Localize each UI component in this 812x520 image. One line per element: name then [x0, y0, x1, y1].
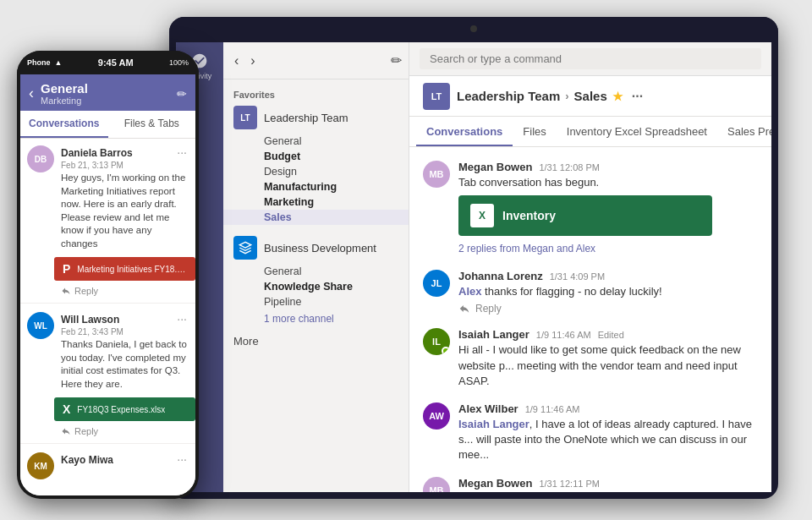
- teams-app: Activity ‹ › ✏ Favorites LT Leadership T…: [176, 42, 771, 492]
- more-channels-link[interactable]: 1 more channel: [223, 309, 409, 328]
- tablet-camera: [470, 25, 477, 32]
- channel-general-bd[interactable]: General: [223, 264, 409, 279]
- phone-msg-text-2: Thanks Daniela, I get back to you today.…: [61, 338, 189, 391]
- phone-msg-author-2: Will Lawson: [61, 314, 119, 326]
- tablet-top-bar: [169, 17, 778, 41]
- channel-panel: ‹ › ✏ Favorites LT Leadership Team ··· G…: [223, 42, 409, 492]
- msg-time-5: 1/31 12:11 PM: [539, 479, 600, 489]
- team-name-leadership: Leadership Team: [264, 112, 385, 124]
- phone-msg-3: KM Kayo Miwa ···: [20, 446, 195, 483]
- msg-text-3: Hi all - I would like to get some quick …: [458, 342, 758, 389]
- phone-reply-2[interactable]: Reply: [20, 424, 195, 441]
- phone-avatar-daniela: DB: [27, 145, 54, 172]
- phone-msg-content-2: Will Lawson ··· Feb 21, 3:43 PM Thanks D…: [61, 312, 189, 391]
- msg-header-1: Megan Bowen 1/31 12:08 PM: [458, 161, 758, 173]
- tab-files[interactable]: Files: [513, 118, 556, 146]
- battery-text: 100%: [169, 58, 189, 67]
- replies-count-1[interactable]: 2 replies from Megan and Alex: [458, 241, 758, 256]
- channel-marketing[interactable]: Marketing: [223, 194, 409, 210]
- phone-msg-header-2: Will Lawson ···: [61, 312, 189, 326]
- phone-divider-2: [20, 443, 195, 444]
- tab-conversations[interactable]: Conversations: [416, 118, 513, 146]
- msg-time-4: 1/9 11:46 AM: [525, 404, 580, 414]
- channel-panel-header: ‹ › ✏: [223, 42, 409, 79]
- msg-time-2: 1/31 4:09 PM: [550, 271, 605, 282]
- tab-inventory-excel[interactable]: Inventory Excel Spreadsheet: [557, 118, 717, 146]
- phone-time: 9:45 AM: [98, 57, 134, 68]
- channel-header-avatar: LT: [423, 83, 450, 110]
- phone-tabs: Conversations Files & Tabs: [20, 111, 195, 139]
- main-content: LT Leadership Team › Sales ★ ··· Convers…: [409, 42, 771, 492]
- msg-time-1: 1/31 12:08 PM: [539, 162, 600, 172]
- phone-msg-more-3[interactable]: ···: [175, 452, 189, 466]
- phone-msg-time-2: Feb 21, 3:43 PM: [61, 327, 189, 337]
- search-input[interactable]: [420, 48, 761, 69]
- tabs-bar: Conversations Files Inventory Excel Spre…: [409, 117, 771, 147]
- attachment-name-1: Marketing Initiatives FY18.pptx: [77, 265, 187, 274]
- msg-header-3: Isaiah Langer 1/9 11:46 AM Edited: [458, 328, 758, 341]
- phone-msg-2: WL Will Lawson ··· Feb 21, 3:43 PM Thank…: [20, 305, 195, 394]
- team-item-bizdev[interactable]: Business Development ···: [223, 232, 409, 264]
- search-bar: [409, 42, 771, 76]
- channel-sales[interactable]: Sales: [223, 210, 409, 225]
- msg-author-5: Megan Bowen: [458, 477, 532, 490]
- channel-manufacturing[interactable]: Manufacturing: [223, 179, 409, 194]
- phone-tab-conversations[interactable]: Conversations: [20, 111, 108, 138]
- channel-budget[interactable]: Budget: [223, 149, 409, 164]
- carrier-text: Phone: [27, 58, 51, 67]
- channel-more-dots[interactable]: ···: [632, 89, 643, 104]
- excel-icon: X: [470, 204, 494, 227]
- attachment-name-2: FY18Q3 Expenses.xlsx: [77, 405, 165, 414]
- team-name-bizdev: Business Development: [264, 242, 385, 255]
- channel-general-lt[interactable]: General: [223, 134, 409, 149]
- inventory-title: Inventory: [502, 209, 556, 222]
- star-icon[interactable]: ★: [612, 90, 623, 103]
- phone-msg-content-3: Kayo Miwa ···: [61, 452, 189, 479]
- phone-msg-1: DB Daniela Barros ··· Feb 21, 3:13 PM He…: [20, 139, 195, 254]
- phone-msg-more-1[interactable]: ···: [175, 145, 189, 159]
- msg-author-2: Johanna Lorenz: [458, 270, 543, 282]
- phone-attachment-2[interactable]: X FY18Q3 Expenses.xlsx: [54, 397, 195, 421]
- channel-design[interactable]: Design: [223, 164, 409, 179]
- favorites-label: Favorites: [223, 86, 409, 101]
- phone-attachment-1[interactable]: P Marketing Initiatives FY18.pptx: [54, 257, 195, 281]
- avatar-megan-2: MB: [423, 477, 450, 493]
- phone-tab-files[interactable]: Files & Tabs: [108, 111, 196, 138]
- channel-pipeline[interactable]: Pipeline: [223, 294, 409, 309]
- reply-line-2[interactable]: Reply: [458, 303, 758, 315]
- phone-carrier: Phone ▲: [27, 58, 62, 67]
- msg-content-1: Megan Bowen 1/31 12:08 PM Tab conversati…: [458, 161, 758, 256]
- msg-text-1: Tab conversation has begun.: [458, 175, 758, 190]
- compose-icon[interactable]: ✏: [391, 52, 402, 68]
- phone-team-subtitle: Marketing: [41, 96, 170, 106]
- msg-text-2: Alex thanks for flagging - no delay luck…: [458, 284, 758, 299]
- phone-messages: DB Daniela Barros ··· Feb 21, 3:13 PM He…: [20, 139, 195, 495]
- phone-header-compose[interactable]: ✏: [177, 87, 187, 101]
- tab-sales-presentation[interactable]: Sales Presentation: [717, 118, 771, 146]
- nav-forward-button[interactable]: ›: [246, 52, 259, 70]
- msg-header-2: Johanna Lorenz 1/31 4:09 PM: [458, 270, 758, 282]
- phone-screen: ‹ General Marketing ✏ Conversations File…: [20, 74, 195, 495]
- more-teams-button[interactable]: More: [223, 328, 409, 354]
- nav-back-button[interactable]: ‹: [230, 52, 243, 70]
- phone-status-bar: Phone ▲ 9:45 AM 100%: [17, 51, 199, 74]
- phone-msg-header-1: Daniela Barros ···: [61, 145, 189, 159]
- phone-channel-title: General: [41, 81, 170, 96]
- phone-avatar-kayo: KM: [27, 452, 54, 479]
- channel-knowledge[interactable]: Knowledge Share: [223, 279, 409, 294]
- team-name-header: Leadership Team: [457, 89, 560, 103]
- mention-alex: Alex: [458, 285, 481, 298]
- msg-content-5: Megan Bowen 1/31 12:11 PM ▶: [458, 477, 758, 493]
- inventory-card[interactable]: X Inventory: [458, 195, 712, 236]
- phone-reply-1[interactable]: Reply: [20, 284, 195, 301]
- msg-edited-3: Edited: [598, 330, 624, 340]
- phone-msg-more-2[interactable]: ···: [175, 312, 189, 326]
- message-group-3: IL Isaiah Langer 1/9 11:46 AM Edited Hi …: [409, 321, 771, 396]
- team-item-leadership[interactable]: LT Leadership Team ···: [223, 101, 409, 134]
- phone-msg-time-1: Feb 21, 3:13 PM: [61, 161, 189, 170]
- reply-label-2: Reply: [475, 303, 502, 315]
- avatar-johanna: JL: [423, 270, 450, 297]
- msg-header-5: Megan Bowen 1/31 12:11 PM: [458, 477, 758, 490]
- channel-header-title: Leadership Team › Sales ★ ···: [457, 89, 643, 104]
- phone-back-button[interactable]: ‹: [29, 85, 34, 102]
